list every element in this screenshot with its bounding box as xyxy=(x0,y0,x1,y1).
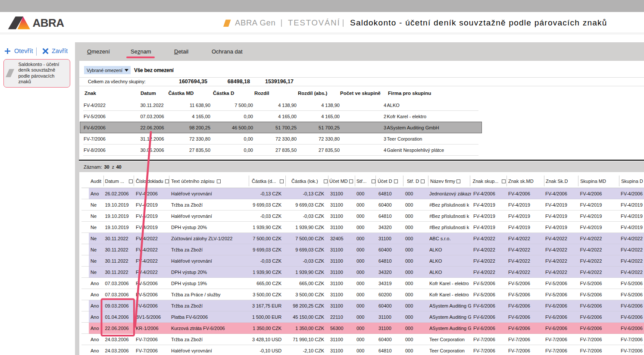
svg-text:ABRA: ABRA xyxy=(33,16,65,29)
